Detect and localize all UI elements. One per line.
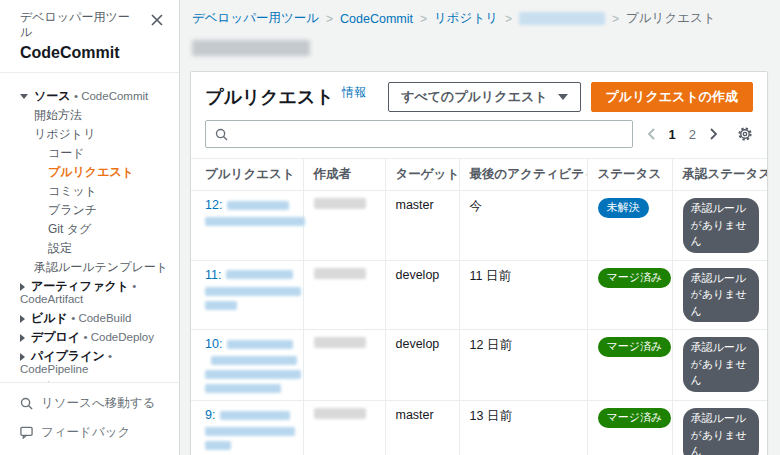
- breadcrumb-repositories[interactable]: リポジトリ: [434, 10, 498, 27]
- breadcrumb-separator: >: [612, 12, 619, 26]
- table-row: 9: master 13 日前 マージ済み 承認ルールがありません: [191, 401, 767, 455]
- pagination: 1 2: [647, 126, 753, 142]
- status-badge: マージ済み: [598, 408, 672, 428]
- pull-request-link[interactable]: 10:: [205, 337, 222, 351]
- redacted-author: [314, 198, 366, 209]
- sidebar-nav: ソース • CodeCommit 開始方法 リポジトリ コード プルリクエスト …: [0, 73, 179, 382]
- column-approval-status: 承認ステータス: [672, 159, 767, 191]
- pull-request-link[interactable]: 12:: [205, 198, 222, 212]
- pull-request-link[interactable]: 9:: [205, 408, 215, 422]
- caret-down-icon: [558, 94, 568, 100]
- sidebar-section-source[interactable]: ソース • CodeCommit: [20, 90, 169, 103]
- column-status: ステータス: [587, 159, 672, 191]
- status-badge: 未解決: [598, 198, 649, 218]
- pull-request-link[interactable]: 11:: [205, 268, 221, 282]
- table-header-row: プルリクエスト 作成者 ターゲット 最後のアクティビティ ステータス 承認ステー…: [191, 159, 767, 191]
- breadcrumb-developer-tools[interactable]: デベロッパー用ツール: [192, 10, 319, 27]
- feedback-icon: [20, 426, 33, 439]
- sidebar-item-getting-started[interactable]: 開始方法: [34, 109, 169, 122]
- redacted-title: [226, 270, 292, 279]
- breadcrumb-repository-name-redacted[interactable]: [519, 12, 605, 25]
- page-number-2[interactable]: 2: [689, 127, 696, 142]
- table-row: 10: develop 12 日前 マージ済み 承認ルールがありません: [191, 330, 767, 401]
- sidebar-item-commits[interactable]: コミット: [48, 185, 169, 198]
- sidebar-section-deploy[interactable]: デプロイ • CodeDeploy: [20, 331, 169, 344]
- redacted-title: [220, 411, 290, 420]
- sidebar-item-approval-rule-templates[interactable]: 承認ルールテンプレート: [34, 261, 169, 274]
- last-activity: 12 日前: [459, 330, 587, 401]
- table-row: 11: develop 11 日前 マージ済み 承認ルールがありません: [191, 260, 767, 330]
- redacted-author: [314, 408, 366, 419]
- target-branch: develop: [385, 260, 459, 330]
- redacted-title: [205, 427, 295, 436]
- sidebar-item-git-tags[interactable]: Git タグ: [48, 223, 169, 236]
- sidebar-item-pull-requests[interactable]: プルリクエスト: [48, 166, 169, 179]
- search-icon: [215, 128, 228, 141]
- breadcrumb-separator: >: [326, 12, 333, 26]
- target-branch: master: [385, 191, 459, 261]
- redacted-title: [205, 370, 301, 379]
- close-icon[interactable]: [149, 12, 165, 31]
- redacted-title: [205, 287, 301, 296]
- sidebar-section-artifact[interactable]: アーティファクト • CodeArtifact: [20, 280, 169, 306]
- redacted-title: [211, 356, 297, 365]
- main-content: デベロッパー用ツール > CodeCommit > リポジトリ > > プルリク…: [180, 0, 780, 455]
- sidebar-item-settings[interactable]: 設定: [48, 242, 169, 255]
- approval-status-badge: 承認ルールがありません: [683, 268, 759, 323]
- chevron-left-icon[interactable]: [647, 128, 656, 140]
- sidebar-footer: リソースへ移動する フィードバック: [0, 382, 179, 455]
- sidebar-section-build[interactable]: ビルド • CodeBuild: [20, 312, 169, 325]
- redacted-author: [314, 337, 366, 348]
- redacted-title: [227, 340, 292, 349]
- column-target: ターゲット: [385, 159, 459, 191]
- page-title-redacted: [192, 40, 310, 56]
- filter-dropdown[interactable]: すべてのプルリクエスト: [388, 82, 580, 112]
- redacted-title: [205, 441, 231, 450]
- go-to-resource-link[interactable]: リソースへ移動する: [20, 395, 159, 412]
- search-input[interactable]: [235, 126, 623, 143]
- page-number-1[interactable]: 1: [669, 127, 676, 142]
- redacted-title: [205, 217, 305, 226]
- section-closed-icon: [20, 353, 25, 361]
- redacted-title: [205, 301, 237, 310]
- sidebar-item-code[interactable]: コード: [48, 147, 169, 160]
- last-activity: 今: [459, 191, 587, 261]
- gear-icon[interactable]: [737, 126, 753, 142]
- approval-status-badge: 承認ルールがありません: [683, 408, 759, 455]
- section-closed-icon: [20, 283, 25, 291]
- approval-status-badge: 承認ルールがありません: [683, 337, 759, 392]
- section-open-icon: [20, 94, 28, 99]
- search-box[interactable]: [205, 120, 633, 148]
- column-author: 作成者: [303, 159, 385, 191]
- breadcrumb-separator: >: [505, 12, 512, 26]
- sidebar-header: デベロッパー用ツール CodeCommit: [0, 0, 179, 73]
- status-badge: マージ済み: [598, 337, 672, 357]
- section-closed-icon: [20, 315, 25, 323]
- approval-status-badge: 承認ルールがありません: [683, 198, 759, 253]
- section-closed-icon: [20, 334, 25, 342]
- table-row: 12: master 今 未解決 承認ルールがありません: [191, 191, 767, 261]
- sidebar-app-title: CodeCommit: [20, 44, 165, 62]
- redacted-author: [314, 268, 366, 279]
- feedback-link[interactable]: フィードバック: [20, 424, 159, 441]
- breadcrumb-pull-requests: プルリクエスト: [626, 10, 716, 27]
- column-pull-request: プルリクエスト: [191, 159, 303, 191]
- redacted-title: [227, 201, 289, 210]
- pull-requests-table: プルリクエスト 作成者 ターゲット 最後のアクティビティ ステータス 承認ステー…: [191, 158, 767, 455]
- sidebar-section-pipeline[interactable]: パイプライン • CodePipeline: [20, 350, 169, 376]
- panel-title: プルリクエスト: [205, 85, 334, 109]
- breadcrumb: デベロッパー用ツール > CodeCommit > リポジトリ > > プルリク…: [180, 0, 780, 27]
- chevron-right-icon[interactable]: [709, 128, 718, 140]
- status-badge: マージ済み: [598, 268, 672, 288]
- breadcrumb-codecommit[interactable]: CodeCommit: [340, 12, 413, 26]
- info-link[interactable]: 情報: [342, 84, 366, 101]
- pull-requests-panel: プルリクエスト 情報 すべてのプルリクエスト プルリクエストの作成: [190, 71, 768, 455]
- target-branch: develop: [385, 330, 459, 401]
- column-last-activity: 最後のアクティビティ: [459, 159, 587, 191]
- last-activity: 13 日前: [459, 401, 587, 455]
- last-activity: 11 日前: [459, 260, 587, 330]
- redacted-title: [205, 384, 281, 393]
- sidebar-item-branches[interactable]: ブランチ: [48, 204, 169, 217]
- create-pull-request-button[interactable]: プルリクエストの作成: [591, 82, 753, 112]
- sidebar-item-repositories[interactable]: リポジトリ: [34, 128, 169, 141]
